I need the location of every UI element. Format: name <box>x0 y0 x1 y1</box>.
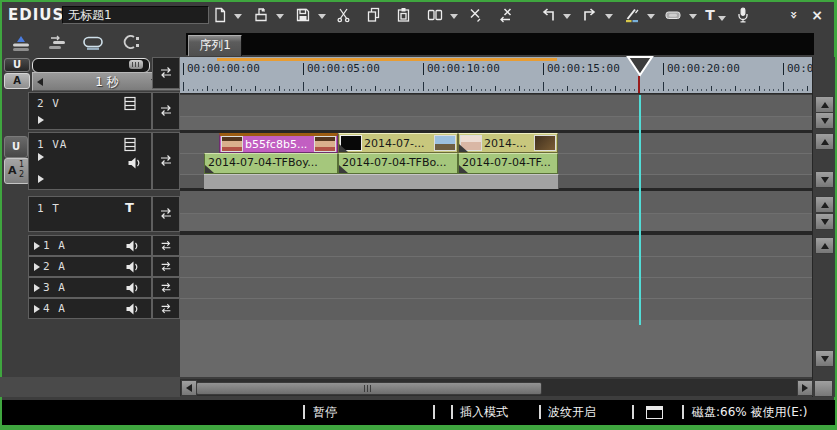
track-swap-1va[interactable] <box>152 132 180 190</box>
copy-button[interactable] <box>363 4 385 26</box>
open-project-button[interactable] <box>250 4 272 26</box>
va-audio-channel-button[interactable]: A 1 2 <box>4 158 30 184</box>
save-project-dropdown[interactable] <box>318 14 326 19</box>
loop-mode-button[interactable] <box>78 33 108 53</box>
tab-sequence-1[interactable]: 序列1 <box>188 35 242 56</box>
add-between-dropdown[interactable] <box>450 14 458 19</box>
undo-dropdown[interactable] <box>563 14 571 19</box>
new-sequence-dropdown[interactable] <box>234 14 242 19</box>
redo-dropdown[interactable] <box>605 14 613 19</box>
track-row-4a[interactable] <box>180 298 812 320</box>
cut-button[interactable] <box>333 4 355 26</box>
add-cut-point-button[interactable] <box>621 4 643 26</box>
track-header-1t[interactable]: 1 T T <box>28 196 152 232</box>
add-between-button[interactable] <box>424 4 446 26</box>
track-header-2v[interactable]: 2 V <box>28 92 152 130</box>
scroll-up-1t[interactable] <box>815 196 834 213</box>
track-row-3a[interactable] <box>180 277 812 299</box>
horizontal-scroll-thumb[interactable] <box>196 382 542 395</box>
redo-button[interactable] <box>579 4 601 26</box>
expand-track-icon[interactable] <box>38 116 44 124</box>
project-title-field[interactable]: 无标题1 <box>62 6 209 24</box>
status-separator <box>632 405 634 419</box>
new-sequence-button[interactable] <box>209 4 231 26</box>
track-row-2v-sub[interactable] <box>180 116 812 131</box>
audio-clip[interactable]: 2014-07-04-TFBoy... <box>204 153 338 174</box>
status-bar: 暂停 插入模式 波纹开启 磁盘:66% 被使用(E:) <box>2 400 835 425</box>
video-clip[interactable]: b55fc8b5... <box>219 133 338 153</box>
expand-track-icon[interactable] <box>34 284 40 292</box>
status-separator <box>433 405 435 419</box>
audio-clip[interactable]: 2014-07-04-TFBo... <box>338 153 458 174</box>
scroll-down-2v[interactable] <box>815 112 834 129</box>
track-swap-2v[interactable] <box>152 92 180 130</box>
video-clip[interactable]: 2014-... <box>458 133 558 153</box>
track-row-2a[interactable] <box>180 256 812 278</box>
master-video-mute-button[interactable]: U <box>4 58 30 72</box>
timeline-track-area[interactable]: b55fc8b5... 2014-07-... 2014-... 2014-07… <box>180 95 812 377</box>
scroll-up-audio[interactable] <box>815 237 834 254</box>
sync-lock-mode-button[interactable] <box>42 33 72 53</box>
track-header-4a[interactable]: 4 A <box>28 298 152 319</box>
zoom-slider-thumb[interactable] <box>129 60 143 69</box>
master-audio-mute-button[interactable]: A <box>4 73 30 89</box>
more-tools-button[interactable]: » <box>783 4 805 26</box>
scroll-left-button[interactable] <box>181 380 197 396</box>
window-layout-icon[interactable] <box>646 406 663 419</box>
set-transition-dropdown[interactable] <box>689 14 697 19</box>
track-header-1a[interactable]: 1 A <box>28 235 152 256</box>
snap-mode-button[interactable] <box>116 33 146 53</box>
track-header-2a[interactable]: 2 A <box>28 256 152 277</box>
track-row-1a[interactable] <box>180 235 812 256</box>
delete-button[interactable] <box>464 4 486 26</box>
scroll-down-audio[interactable] <box>815 350 834 367</box>
scroll-down-1va[interactable] <box>815 171 834 188</box>
set-transition-button[interactable] <box>662 4 684 26</box>
paste-button[interactable] <box>393 4 415 26</box>
playhead-line[interactable] <box>639 95 641 325</box>
add-cut-point-dropdown[interactable] <box>647 14 655 19</box>
channel-top: 1 <box>19 160 24 169</box>
video-clip[interactable]: 2014-07-... <box>338 133 458 153</box>
track-row-2v[interactable] <box>180 95 812 116</box>
track-row-1t-sub[interactable] <box>180 213 812 232</box>
close-button[interactable]: × <box>806 4 828 26</box>
scroll-up-2v[interactable] <box>815 96 834 113</box>
track-swap-4a[interactable] <box>152 298 180 319</box>
va-video-mute-button[interactable]: U <box>4 136 28 158</box>
create-title-dropdown[interactable] <box>718 16 726 21</box>
new-document-icon <box>212 7 228 23</box>
timeline-zoom-slider[interactable] <box>32 58 150 73</box>
expand-track-icon[interactable] <box>34 305 40 313</box>
scrollbar-corner-button[interactable] <box>814 380 833 397</box>
scroll-thumb-grip <box>364 385 373 392</box>
track-header-3a[interactable]: 3 A <box>28 277 152 298</box>
ripple-delete-button[interactable] <box>494 4 516 26</box>
track-swap-3a[interactable] <box>152 277 180 298</box>
track-row-1t[interactable] <box>180 191 812 213</box>
track-header-1va[interactable]: 1 VA <box>28 132 152 190</box>
undo-button[interactable] <box>537 4 559 26</box>
undo-icon <box>540 7 556 23</box>
track-swap-2a[interactable] <box>152 256 180 277</box>
save-project-button[interactable] <box>292 4 314 26</box>
master-swap-cell[interactable] <box>152 57 180 89</box>
expand-track-icon[interactable] <box>34 242 40 250</box>
ruler-timecode: 00:00:20:00 <box>663 63 740 75</box>
scroll-down-1t[interactable] <box>815 213 834 230</box>
overwrite-mode-button[interactable] <box>6 33 36 53</box>
playhead-handle[interactable] <box>626 56 654 77</box>
timecode-ruler[interactable]: 00:00:00:00 00:00:05:00 00:00:10:00 00:0… <box>180 57 812 94</box>
audio-clip[interactable]: 2014-07-04-TF... <box>458 153 558 174</box>
create-title-button[interactable]: T <box>701 4 719 26</box>
track-swap-1a[interactable] <box>152 235 180 256</box>
open-project-dropdown[interactable] <box>276 14 284 19</box>
expand-track-icon[interactable] <box>38 153 44 161</box>
ruler-timecode: 00:00 <box>783 63 812 75</box>
expand-track-icon[interactable] <box>38 175 44 183</box>
scroll-up-1va[interactable] <box>815 133 834 150</box>
voice-over-button[interactable] <box>732 4 754 26</box>
track-swap-1t[interactable] <box>152 196 180 232</box>
scroll-right-button[interactable] <box>797 380 813 396</box>
expand-track-icon[interactable] <box>34 263 40 271</box>
